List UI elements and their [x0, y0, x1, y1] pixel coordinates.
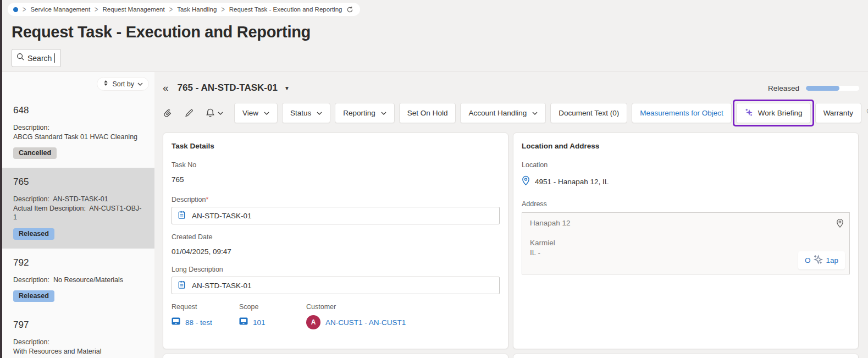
task-number: 797	[13, 320, 145, 331]
long-description-input[interactable]: AN-STD-TASK-01	[172, 277, 500, 294]
collapse-list-icon[interactable]: «	[163, 82, 169, 94]
measurements-for-object-button[interactable]: Measurements for Object	[632, 103, 732, 123]
breadcrumb-item-service-management[interactable]: Service Management	[30, 6, 90, 13]
account-handling-label: Account Handling	[468, 109, 527, 117]
text-caret	[54, 53, 55, 63]
chevron-down-icon	[218, 112, 223, 115]
task-description: Description: AN-STD-TASK-01	[13, 195, 145, 204]
refresh-icon[interactable]	[346, 6, 353, 13]
task-no-label: Task No	[172, 161, 500, 169]
main-content: « 765 - AN-STD-TASK-01 ▼ Released	[154, 72, 868, 358]
next-section-card-left	[163, 354, 508, 358]
breadcrumb-item-task-handling[interactable]: Task Handling	[177, 6, 217, 13]
edit-icon[interactable]	[184, 108, 194, 118]
work-briefing-highlight-box: Work Briefing	[733, 100, 814, 126]
task-list-item-797[interactable]: 797 Description: With Resources and Mate…	[2, 311, 154, 358]
notifications-button[interactable]	[206, 108, 223, 118]
scope-label: Scope	[239, 303, 306, 311]
status-button[interactable]: Status	[282, 103, 330, 123]
set-on-hold-label: Set On Hold	[407, 109, 448, 117]
open-map-button[interactable]: O 1ap	[798, 251, 845, 269]
location-value[interactable]: 4951 - Hanapah 12, IL	[535, 178, 609, 186]
open-map-text-left: O	[805, 256, 811, 265]
task-number: 765	[13, 177, 145, 188]
customer-link[interactable]: AN-CUST1 - AN-CUST1	[325, 318, 406, 327]
breadcrumb-separator: >	[169, 5, 173, 14]
address-line1: Hanapah 12	[530, 218, 842, 228]
map-pin-icon	[836, 218, 844, 230]
record-dropdown-icon[interactable]: ▼	[284, 85, 290, 91]
task-number: 792	[13, 257, 145, 268]
location-pin-icon	[522, 175, 530, 188]
long-description-value: AN-STD-TASK-01	[192, 282, 252, 290]
view-button[interactable]: View	[234, 103, 278, 123]
description-value: AN-STD-TASK-01	[192, 212, 252, 220]
reporting-button-label: Reporting	[343, 109, 375, 117]
request-label: Request	[172, 303, 239, 311]
next-section-card-right	[513, 354, 859, 358]
screen-icon	[172, 317, 180, 327]
request-link[interactable]: 88 - test	[185, 318, 212, 327]
description-input[interactable]: AN-STD-TASK-01	[172, 207, 500, 224]
location-label: Location	[522, 161, 850, 169]
location-address-card: Location and Address Location 4951 - Han…	[513, 133, 859, 349]
page-title: Request Task - Execution and Reporting	[12, 23, 311, 41]
created-date-label: Created Date	[172, 233, 500, 241]
breadcrumb-separator: >	[95, 5, 98, 14]
location-address-title: Location and Address	[522, 142, 850, 150]
sort-icon	[103, 80, 109, 88]
created-date-value: 01/04/2025, 09:47	[172, 247, 500, 256]
customer-avatar: A	[306, 315, 320, 329]
attachment-icon[interactable]	[163, 108, 173, 118]
app-nav-edge	[0, 0, 2, 358]
document-text-label: Document Text (0)	[559, 109, 619, 117]
task-list-item-648[interactable]: 648 Description: ABCG Standard Task 01 H…	[2, 96, 154, 168]
warranty-button[interactable]: Warranty	[815, 103, 861, 123]
set-on-hold-button[interactable]: Set On Hold	[399, 103, 456, 123]
chevron-down-icon	[381, 112, 386, 115]
task-list-item-792[interactable]: 792 Description: No Resource/Materials R…	[2, 249, 154, 311]
sparkle-icon	[744, 108, 754, 119]
document-text-button[interactable]: Document Text (0)	[550, 103, 627, 123]
status-badge: Released	[13, 290, 54, 302]
breadcrumb-item-current-page[interactable]: Request Task - Execution and Reporting	[229, 6, 342, 13]
note-icon	[178, 210, 186, 222]
chevron-down-icon	[137, 82, 143, 86]
record-status-label: Released	[768, 84, 799, 92]
task-details-card: Task Details Task No 765 Description* AN…	[163, 133, 508, 349]
task-description: With Resources and Material	[13, 347, 145, 356]
breadcrumb-separator: >	[23, 5, 26, 14]
description-label: Description*	[172, 196, 500, 203]
search-value: Search	[27, 54, 52, 63]
task-details-title: Task Details	[172, 142, 500, 150]
sort-by-dropdown[interactable]: Sort by	[97, 77, 149, 91]
home-dot-icon[interactable]	[13, 7, 18, 12]
search-input[interactable]: Search	[12, 49, 61, 67]
toolbar: View Status Reporting Set On Hold Accoun…	[163, 103, 859, 123]
work-briefing-button[interactable]: Work Briefing	[736, 103, 811, 123]
record-header: « 765 - AN-STD-TASK-01 ▼ Released	[163, 81, 859, 95]
status-badge: Cancelled	[13, 147, 57, 159]
breadcrumb-item-request-management[interactable]: Request Management	[103, 6, 165, 13]
reporting-button[interactable]: Reporting	[335, 103, 395, 123]
status-progress-bar	[806, 86, 859, 91]
task-list-sidebar: Sort by 648 Description: ABCG Standard T…	[2, 72, 154, 358]
address-city: Karmiel	[530, 238, 842, 248]
task-list-item-765[interactable]: 765 Description: AN-STD-TASK-01 Actual I…	[2, 168, 154, 249]
work-briefing-label: Work Briefing	[758, 109, 803, 117]
task-number: 648	[13, 105, 145, 116]
account-handling-button[interactable]: Account Handling	[460, 103, 546, 123]
customer-label: Customer	[306, 303, 406, 311]
address-country: IL -	[530, 248, 842, 258]
scope-link[interactable]: 101	[253, 318, 266, 327]
sort-row: Sort by	[2, 72, 154, 91]
status-badge: Released	[13, 228, 54, 240]
favorite-heart-icon[interactable]: ♡	[866, 107, 868, 120]
record-title: 765 - AN-STD-TASK-01	[178, 82, 278, 93]
screen-icon	[239, 317, 248, 327]
chevron-down-icon	[264, 112, 269, 115]
note-icon	[178, 280, 186, 291]
view-button-label: View	[242, 109, 258, 117]
warranty-label: Warranty	[823, 109, 853, 117]
bell-icon	[206, 108, 215, 118]
